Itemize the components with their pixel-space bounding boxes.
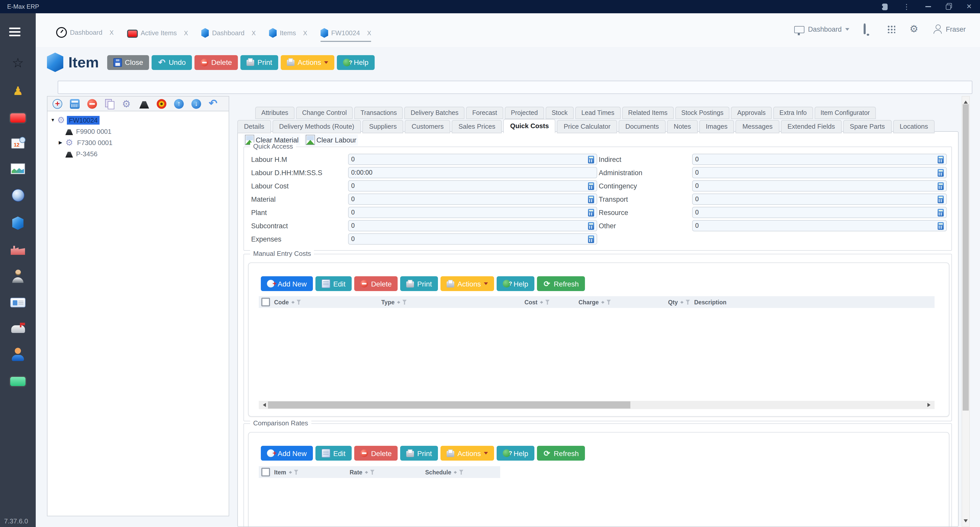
browser-tab[interactable]: Active Items X xyxy=(127,28,188,42)
add-icon[interactable] xyxy=(52,99,62,108)
scrollbar-thumb[interactable] xyxy=(268,401,630,409)
calculator-icon[interactable] xyxy=(588,182,594,190)
column-header[interactable]: Charge xyxy=(552,299,613,305)
field-input[interactable]: 0 xyxy=(692,167,947,178)
scroll-right-icon[interactable] xyxy=(928,403,932,407)
red-status-icon[interactable] xyxy=(9,112,27,124)
filter-icon[interactable] xyxy=(402,299,407,305)
tab-item[interactable]: Related Items xyxy=(622,107,673,119)
column-header[interactable]: Type xyxy=(379,299,478,305)
select-all-checkbox[interactable] xyxy=(261,468,270,476)
close-window-icon[interactable]: ✕ xyxy=(966,0,972,13)
tab-item[interactable]: Stock Postings xyxy=(675,107,729,119)
calculator-icon[interactable] xyxy=(938,156,944,163)
tab-item[interactable]: Images xyxy=(699,120,734,133)
sort-icon[interactable] xyxy=(680,299,684,305)
tree-node[interactable]: P-3456 xyxy=(48,148,229,159)
tree-node[interactable]: FW10024 xyxy=(48,115,229,126)
toolbar-button[interactable]: Refresh xyxy=(537,276,585,291)
calculator-icon[interactable] xyxy=(938,182,944,190)
tab-close-button[interactable]: X xyxy=(251,29,256,37)
minimize-icon[interactable] xyxy=(925,6,931,7)
filter-icon[interactable] xyxy=(370,470,375,474)
field-input[interactable]: 0 xyxy=(348,154,597,165)
pawn-icon[interactable] xyxy=(11,84,25,97)
scroll-up-icon[interactable] xyxy=(964,99,968,103)
toolbar-button[interactable]: Actions xyxy=(281,55,334,70)
star-icon[interactable] xyxy=(11,56,25,70)
tab-item[interactable]: Price Calculator xyxy=(557,120,617,133)
tab-item[interactable]: Suppliers xyxy=(363,120,403,133)
calendar-clock-icon[interactable] xyxy=(11,139,24,149)
calculator-icon[interactable] xyxy=(70,99,80,108)
toolbar-button[interactable]: Actions xyxy=(441,276,494,291)
notifications-bell-icon[interactable] xyxy=(864,24,873,34)
tab-close-button[interactable]: X xyxy=(184,29,188,37)
scroll-left-icon[interactable] xyxy=(261,403,266,407)
sort-icon[interactable] xyxy=(453,469,457,475)
tab-item[interactable]: Extended Fields xyxy=(781,120,842,133)
extensions-icon[interactable] xyxy=(882,3,888,10)
calculator-icon[interactable] xyxy=(588,209,594,216)
settings-gear-icon[interactable] xyxy=(910,24,919,34)
calculator-icon[interactable] xyxy=(938,169,944,177)
chart-icon[interactable] xyxy=(11,163,25,174)
tab-item[interactable]: Stock xyxy=(546,107,574,119)
calculator-icon[interactable] xyxy=(938,195,944,203)
tree-node[interactable]: F7300 0001 xyxy=(48,137,229,148)
tab-item[interactable]: Transactions xyxy=(355,107,403,119)
toolbar-button[interactable]: Help xyxy=(496,276,535,291)
toolbar-button[interactable]: Delete xyxy=(354,276,398,291)
toolbar-button[interactable]: Undo xyxy=(152,55,192,70)
field-input[interactable]: 0 xyxy=(348,194,597,205)
tab-item[interactable]: Locations xyxy=(893,120,935,133)
tab-item[interactable]: Approvals xyxy=(731,107,772,119)
tab-item[interactable]: Item Configurator xyxy=(815,107,876,119)
tree-node[interactable]: F9900 0001 xyxy=(48,126,229,137)
settings-gear-icon[interactable] xyxy=(122,99,132,108)
select-all-checkbox[interactable] xyxy=(261,298,270,306)
expander-icon[interactable] xyxy=(59,140,65,145)
move-down-icon[interactable] xyxy=(191,99,201,108)
column-header[interactable]: Cost xyxy=(478,299,552,305)
field-input[interactable]: 0 xyxy=(348,220,597,231)
restore-icon[interactable] xyxy=(946,4,951,9)
scrollbar-thumb[interactable] xyxy=(963,104,969,411)
calculator-icon[interactable] xyxy=(588,195,594,203)
undo-icon[interactable] xyxy=(209,99,218,108)
field-input[interactable]: 0 xyxy=(692,154,947,165)
calculator-icon[interactable] xyxy=(938,222,944,229)
field-input[interactable]: 0:00:00 xyxy=(348,167,597,178)
calculator-icon[interactable] xyxy=(938,209,944,216)
toolbar-button[interactable]: Print xyxy=(401,276,438,291)
horizontal-scrollbar[interactable] xyxy=(259,401,935,409)
globe-icon[interactable] xyxy=(11,189,24,202)
vertical-scrollbar[interactable] xyxy=(962,96,970,527)
remove-icon[interactable] xyxy=(87,99,97,108)
column-header[interactable]: Rate xyxy=(348,469,423,475)
field-input[interactable]: 0 xyxy=(348,233,597,245)
tab-item[interactable]: Delivery Methods (Route) xyxy=(272,120,361,133)
column-header[interactable]: Schedule xyxy=(423,469,499,475)
filter-icon[interactable] xyxy=(606,299,611,305)
toolbar-button[interactable]: Help xyxy=(337,55,375,70)
weight-icon[interactable] xyxy=(139,99,149,108)
toolbar-button[interactable]: Refresh xyxy=(537,446,585,461)
calculator-icon[interactable] xyxy=(588,222,594,229)
field-input[interactable]: 0 xyxy=(692,180,947,191)
sort-icon[interactable] xyxy=(539,299,544,305)
user-menu[interactable]: Fraser xyxy=(933,24,966,34)
toolbar-button[interactable]: Actions xyxy=(441,446,494,461)
sort-icon[interactable] xyxy=(364,469,369,475)
column-header[interactable]: Code xyxy=(272,299,379,305)
mailbox-icon[interactable] xyxy=(11,325,25,333)
factory-icon[interactable] xyxy=(11,245,25,255)
tab-item[interactable]: Quick Costs xyxy=(504,119,555,133)
support-icon[interactable] xyxy=(11,348,25,361)
column-header[interactable]: Item xyxy=(272,469,348,475)
menu-hamburger-icon[interactable] xyxy=(9,25,21,38)
filter-icon[interactable] xyxy=(545,299,550,305)
calculator-icon[interactable] xyxy=(588,156,594,163)
tab-item[interactable]: Messages xyxy=(736,120,780,133)
tab-item[interactable]: Extra Info xyxy=(773,107,813,119)
